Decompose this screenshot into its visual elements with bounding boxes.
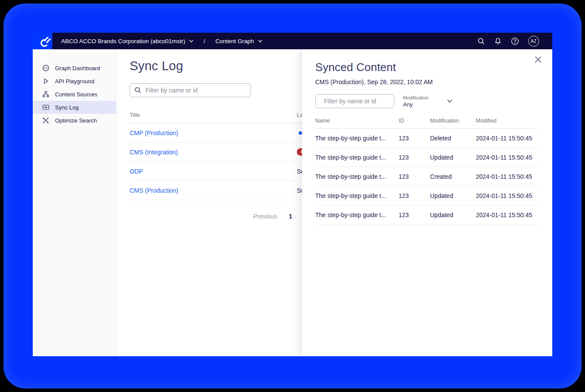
cell-modified: 2024-01-11 15:50:45 [476, 211, 539, 218]
column-title: Title [130, 112, 297, 118]
modification-label: Modification [403, 95, 429, 100]
cell-modification: Deleted [430, 135, 476, 142]
cell-modified: 2024-01-11 15:50:45 [476, 192, 539, 199]
sidebar-item-label: API Playground [55, 78, 94, 85]
cell-name: The step-by-step guide t... [315, 154, 399, 161]
sidebar-item-label: Sync Log [55, 104, 79, 111]
column-modification: Modification [430, 118, 476, 124]
search-icon[interactable] [478, 37, 485, 45]
panel-filters: Modification Any [315, 94, 539, 108]
source-link[interactable]: CMP (Production) [130, 130, 178, 136]
table-row: The step-by-step guide t... 123 Updated … [315, 148, 539, 167]
in-progress-dot [299, 131, 302, 135]
sidebar-item-api-playground[interactable]: API Playground [33, 75, 116, 88]
cell-name: The step-by-step guide t... [315, 192, 399, 199]
sidebar: Graph Dashboard API Playground Content S… [33, 49, 117, 356]
sitemap-icon [42, 91, 49, 98]
source-link[interactable]: CMS (Production) [130, 187, 178, 194]
breadcrumb-separator: / [203, 38, 205, 44]
tools-icon [42, 117, 49, 124]
cell-modification: Created [430, 173, 476, 180]
column-name: Name [315, 118, 399, 124]
chevron-down-icon[interactable] [258, 40, 262, 43]
cell-name: The step-by-step guide t... [315, 173, 399, 180]
cell-name: The step-by-step guide t... [315, 211, 399, 218]
sync-log-filter[interactable] [130, 83, 251, 97]
sidebar-item-content-sources[interactable]: Content Sources [33, 88, 116, 101]
table-row: The step-by-step guide t... 123 Updated … [315, 186, 539, 205]
panel-filter-input[interactable] [324, 98, 403, 105]
column-id: ID [399, 118, 430, 124]
table-header: Name ID Modification Modified [315, 118, 539, 129]
panel-filter[interactable] [315, 94, 394, 108]
optimizely-logo-icon [38, 35, 51, 47]
sidebar-item-label: Optimize Search [55, 117, 97, 124]
cell-modified: 2024-01-11 15:50:45 [476, 135, 539, 142]
cell-modified: 2024-01-11 15:50:45 [476, 173, 539, 180]
app-window: ABCO ACCO Brands Corporation (abco01mstr… [33, 33, 552, 356]
user-avatar[interactable]: AZ [528, 36, 539, 47]
sidebar-item-optimize-search[interactable]: Optimize Search [33, 114, 116, 127]
play-icon [42, 78, 49, 85]
panel-subtitle: CMS (Production), Sep 28, 2022, 10:02 AM [315, 78, 539, 85]
chevron-down-icon[interactable] [189, 40, 193, 43]
gauge-icon [42, 65, 49, 72]
cell-name: The step-by-step guide t... [315, 135, 399, 142]
sidebar-item-graph-dashboard[interactable]: Graph Dashboard [33, 61, 116, 75]
column-modified: Modified [476, 118, 539, 124]
pagination-page-1[interactable]: 1 [289, 213, 292, 220]
optimizely-logo[interactable] [33, 33, 52, 49]
synced-content-table: Name ID Modification Modified The step-b… [315, 118, 539, 225]
source-link[interactable]: ODP [130, 168, 143, 175]
source-link[interactable]: CMS (Integration) [130, 149, 178, 156]
help-icon[interactable] [511, 37, 519, 45]
cell-id: 123 [399, 211, 430, 218]
cell-id: 123 [399, 173, 430, 180]
table-row: The step-by-step guide t... 123 Created … [315, 167, 539, 186]
filter-input[interactable] [145, 87, 246, 94]
close-icon[interactable] [534, 55, 542, 63]
breadcrumb: ABCO ACCO Brands Corporation (abco01mstr… [61, 38, 262, 44]
cell-modification: Updated [430, 154, 476, 161]
cell-modification: Updated [430, 192, 476, 199]
topbar: ABCO ACCO Brands Corporation (abco01mstr… [33, 33, 552, 49]
topbar-actions: AZ [478, 36, 552, 47]
cell-modified: 2024-01-11 15:50:45 [476, 154, 539, 161]
sidebar-item-sync-log[interactable]: Sync Log [33, 101, 116, 114]
sidebar-item-label: Content Sources [55, 91, 97, 98]
search-icon [134, 87, 141, 94]
sidebar-item-label: Graph Dashboard [55, 65, 100, 72]
breadcrumb-org[interactable]: ABCO ACCO Brands Corporation (abco01mstr… [61, 38, 185, 44]
modification-value: Any [403, 101, 429, 108]
synced-content-panel: Synced Content CMS (Production), Sep 28,… [302, 49, 552, 356]
cell-id: 123 [399, 154, 430, 161]
cell-modification: Updated [430, 211, 476, 218]
activity-icon [42, 104, 49, 111]
cell-id: 123 [399, 135, 430, 142]
chevron-down-icon [447, 99, 452, 103]
cell-id: 123 [399, 192, 430, 199]
panel-title: Synced Content [315, 61, 539, 74]
pagination-previous[interactable]: Previous [253, 213, 277, 220]
table-row: The step-by-step guide t... 123 Deleted … [315, 129, 539, 148]
notifications-bell-icon[interactable] [494, 37, 502, 45]
modification-select[interactable]: Modification Any [403, 95, 452, 108]
table-row: The step-by-step guide t... 123 Updated … [315, 205, 539, 225]
breadcrumb-section[interactable]: Content Graph [215, 38, 254, 44]
